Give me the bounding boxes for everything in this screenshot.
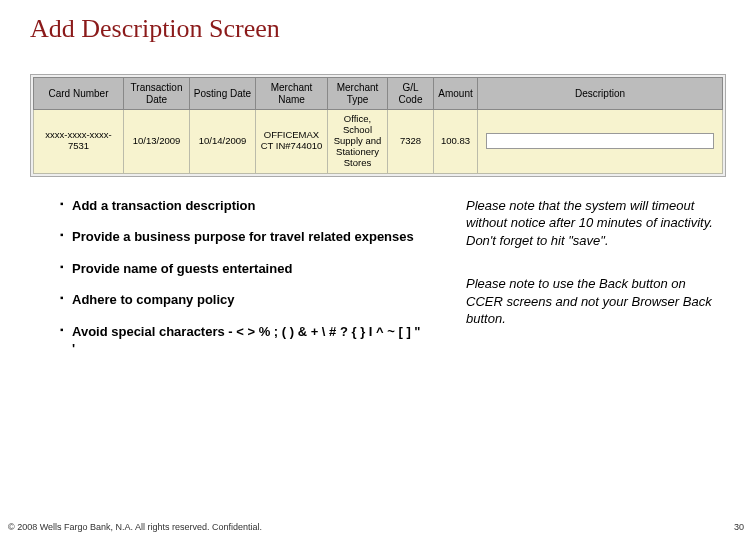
col-header-card: Card Number: [34, 78, 124, 110]
transaction-table-container: Card Number Transaction Date Posting Dat…: [30, 74, 726, 177]
col-header-merchant-type: Merchant Type: [328, 78, 388, 110]
description-input[interactable]: [486, 133, 714, 149]
cell-merchant-name: OFFICEMAX CT IN#744010: [256, 110, 328, 174]
back-button-note: Please note to use the Back button on CC…: [466, 275, 726, 328]
cell-gl-code: 7328: [388, 110, 434, 174]
list-item: Avoid special characters - < > % ; ( ) &…: [60, 323, 426, 358]
notes-column: Please note that the system will timeout…: [466, 197, 726, 372]
list-item: Provide a business purpose for travel re…: [60, 228, 426, 246]
col-header-amount: Amount: [434, 78, 478, 110]
cell-transaction-date: 10/13/2009: [124, 110, 190, 174]
content-columns: Add a transaction description Provide a …: [60, 197, 726, 372]
instruction-list: Add a transaction description Provide a …: [60, 197, 426, 358]
cell-card-number: xxxx-xxxx-xxxx-7531: [34, 110, 124, 174]
timeout-note: Please note that the system will timeout…: [466, 197, 726, 250]
table-row: xxxx-xxxx-xxxx-7531 10/13/2009 10/14/200…: [34, 110, 723, 174]
slide-footer: © 2008 Wells Fargo Bank, N.A. All rights…: [8, 522, 744, 532]
cell-merchant-type: Office, School Supply and Stationery Sto…: [328, 110, 388, 174]
col-header-gl-code: G/L Code: [388, 78, 434, 110]
cell-amount: 100.83: [434, 110, 478, 174]
transaction-table: Card Number Transaction Date Posting Dat…: [33, 77, 723, 174]
page-title: Add Description Screen: [0, 0, 756, 44]
copyright-text: © 2008 Wells Fargo Bank, N.A. All rights…: [8, 522, 262, 532]
cell-posting-date: 10/14/2009: [190, 110, 256, 174]
list-item: Add a transaction description: [60, 197, 426, 215]
list-item: Provide name of guests entertained: [60, 260, 426, 278]
col-header-description: Description: [478, 78, 723, 110]
col-header-transaction-date: Transaction Date: [124, 78, 190, 110]
instructions-column: Add a transaction description Provide a …: [60, 197, 426, 372]
col-header-merchant-name: Merchant Name: [256, 78, 328, 110]
list-item: Adhere to company policy: [60, 291, 426, 309]
cell-description: [478, 110, 723, 174]
col-header-posting-date: Posting Date: [190, 78, 256, 110]
page-number: 30: [734, 522, 744, 532]
